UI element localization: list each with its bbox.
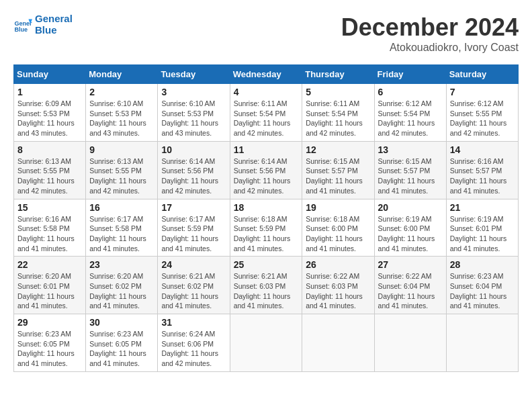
table-row	[230, 314, 302, 372]
table-row: 4Sunrise: 6:11 AM Sunset: 5:54 PM Daylig…	[230, 84, 302, 142]
day-info: Sunrise: 6:09 AM Sunset: 5:53 PM Dayligh…	[17, 99, 82, 138]
col-wednesday: Wednesday	[230, 65, 302, 84]
day-info: Sunrise: 6:12 AM Sunset: 5:55 PM Dayligh…	[450, 99, 515, 138]
day-number: 18	[234, 202, 299, 213]
day-number: 23	[89, 259, 154, 270]
logo-text: GeneralBlue	[35, 13, 73, 36]
day-number: 22	[17, 259, 82, 270]
day-number: 24	[161, 259, 226, 270]
location-subtitle: Atokouadiokro, Ivory Coast	[341, 42, 519, 54]
day-number: 15	[17, 202, 82, 213]
day-number: 11	[234, 144, 299, 155]
day-number: 13	[378, 144, 443, 155]
calendar-week-row: 8Sunrise: 6:13 AM Sunset: 5:55 PM Daylig…	[14, 141, 519, 199]
day-number: 20	[378, 202, 443, 213]
table-row: 26Sunrise: 6:22 AM Sunset: 6:03 PM Dayli…	[302, 257, 374, 314]
day-info: Sunrise: 6:23 AM Sunset: 6:05 PM Dayligh…	[89, 329, 154, 369]
col-friday: Friday	[374, 65, 446, 84]
day-number: 16	[89, 202, 154, 213]
table-row: 3Sunrise: 6:10 AM Sunset: 5:53 PM Daylig…	[158, 84, 230, 142]
col-tuesday: Tuesday	[158, 65, 230, 84]
day-info: Sunrise: 6:16 AM Sunset: 5:57 PM Dayligh…	[450, 156, 515, 196]
table-row: 15Sunrise: 6:16 AM Sunset: 5:58 PM Dayli…	[14, 199, 86, 257]
table-row: 9Sunrise: 6:13 AM Sunset: 5:55 PM Daylig…	[86, 141, 158, 199]
table-row: 20Sunrise: 6:19 AM Sunset: 6:00 PM Dayli…	[374, 199, 446, 257]
day-number: 4	[234, 87, 299, 97]
day-number: 30	[89, 317, 154, 328]
table-row: 30Sunrise: 6:23 AM Sunset: 6:05 PM Dayli…	[86, 314, 158, 372]
col-monday: Monday	[86, 65, 158, 84]
table-row: 31Sunrise: 6:24 AM Sunset: 6:06 PM Dayli…	[158, 314, 230, 372]
day-info: Sunrise: 6:22 AM Sunset: 6:03 PM Dayligh…	[306, 271, 370, 311]
day-number: 25	[234, 259, 299, 270]
day-number: 10	[161, 144, 226, 155]
day-number: 1	[17, 87, 82, 97]
table-row	[302, 314, 374, 372]
day-info: Sunrise: 6:21 AM Sunset: 6:03 PM Dayligh…	[234, 271, 299, 311]
day-info: Sunrise: 6:18 AM Sunset: 5:59 PM Dayligh…	[234, 214, 299, 254]
col-thursday: Thursday	[302, 65, 374, 84]
day-number: 21	[450, 202, 515, 213]
day-info: Sunrise: 6:23 AM Sunset: 6:05 PM Dayligh…	[17, 329, 82, 369]
day-info: Sunrise: 6:24 AM Sunset: 6:06 PM Dayligh…	[161, 329, 226, 369]
day-info: Sunrise: 6:23 AM Sunset: 6:04 PM Dayligh…	[450, 271, 515, 311]
day-info: Sunrise: 6:11 AM Sunset: 5:54 PM Dayligh…	[306, 99, 370, 138]
day-info: Sunrise: 6:21 AM Sunset: 6:02 PM Dayligh…	[161, 271, 226, 311]
day-info: Sunrise: 6:17 AM Sunset: 5:59 PM Dayligh…	[161, 214, 226, 254]
day-number: 12	[306, 144, 370, 155]
day-info: Sunrise: 6:20 AM Sunset: 6:02 PM Dayligh…	[89, 271, 154, 311]
col-sunday: Sunday	[14, 65, 86, 84]
table-row: 1Sunrise: 6:09 AM Sunset: 5:53 PM Daylig…	[14, 84, 86, 142]
day-number: 5	[306, 87, 370, 97]
day-info: Sunrise: 6:11 AM Sunset: 5:54 PM Dayligh…	[234, 99, 299, 138]
day-info: Sunrise: 6:22 AM Sunset: 6:04 PM Dayligh…	[378, 271, 443, 311]
day-info: Sunrise: 6:18 AM Sunset: 6:00 PM Dayligh…	[306, 214, 370, 254]
table-row: 28Sunrise: 6:23 AM Sunset: 6:04 PM Dayli…	[446, 257, 518, 314]
logo: General Blue GeneralBlue	[13, 13, 73, 36]
day-number: 27	[378, 259, 443, 270]
day-number: 14	[450, 144, 515, 155]
table-row: 23Sunrise: 6:20 AM Sunset: 6:02 PM Dayli…	[86, 257, 158, 314]
day-info: Sunrise: 6:20 AM Sunset: 6:01 PM Dayligh…	[17, 271, 82, 311]
table-row: 11Sunrise: 6:14 AM Sunset: 5:56 PM Dayli…	[230, 141, 302, 199]
table-row: 14Sunrise: 6:16 AM Sunset: 5:57 PM Dayli…	[446, 141, 518, 199]
month-title: December 2024	[341, 13, 519, 42]
table-row	[374, 314, 446, 372]
table-row: 6Sunrise: 6:12 AM Sunset: 5:54 PM Daylig…	[374, 84, 446, 142]
table-row: 18Sunrise: 6:18 AM Sunset: 5:59 PM Dayli…	[230, 199, 302, 257]
day-info: Sunrise: 6:14 AM Sunset: 5:56 PM Dayligh…	[161, 156, 226, 196]
table-row: 22Sunrise: 6:20 AM Sunset: 6:01 PM Dayli…	[14, 257, 86, 314]
calendar-week-row: 22Sunrise: 6:20 AM Sunset: 6:01 PM Dayli…	[14, 257, 519, 314]
day-number: 28	[450, 259, 515, 270]
day-number: 26	[306, 259, 370, 270]
day-number: 6	[378, 87, 443, 97]
logo-icon: General Blue	[13, 15, 32, 34]
day-number: 29	[17, 317, 82, 328]
table-row: 12Sunrise: 6:15 AM Sunset: 5:57 PM Dayli…	[302, 141, 374, 199]
day-info: Sunrise: 6:15 AM Sunset: 5:57 PM Dayligh…	[378, 156, 443, 196]
day-number: 31	[161, 317, 226, 328]
title-block: December 2024 Atokouadiokro, Ivory Coast	[341, 13, 519, 54]
table-row: 8Sunrise: 6:13 AM Sunset: 5:55 PM Daylig…	[14, 141, 86, 199]
day-info: Sunrise: 6:14 AM Sunset: 5:56 PM Dayligh…	[234, 156, 299, 196]
day-number: 19	[306, 202, 370, 213]
calendar-week-row: 15Sunrise: 6:16 AM Sunset: 5:58 PM Dayli…	[14, 199, 519, 257]
calendar-week-row: 1Sunrise: 6:09 AM Sunset: 5:53 PM Daylig…	[14, 84, 519, 142]
col-saturday: Saturday	[446, 65, 518, 84]
table-row: 21Sunrise: 6:19 AM Sunset: 6:01 PM Dayli…	[446, 199, 518, 257]
day-info: Sunrise: 6:10 AM Sunset: 5:53 PM Dayligh…	[89, 99, 154, 138]
table-row: 13Sunrise: 6:15 AM Sunset: 5:57 PM Dayli…	[374, 141, 446, 199]
day-info: Sunrise: 6:17 AM Sunset: 5:58 PM Dayligh…	[89, 214, 154, 254]
day-info: Sunrise: 6:12 AM Sunset: 5:54 PM Dayligh…	[378, 99, 443, 138]
table-row: 29Sunrise: 6:23 AM Sunset: 6:05 PM Dayli…	[14, 314, 86, 372]
day-info: Sunrise: 6:10 AM Sunset: 5:53 PM Dayligh…	[161, 99, 226, 138]
table-row	[446, 314, 518, 372]
table-row: 17Sunrise: 6:17 AM Sunset: 5:59 PM Dayli…	[158, 199, 230, 257]
day-number: 17	[161, 202, 226, 213]
day-info: Sunrise: 6:16 AM Sunset: 5:58 PM Dayligh…	[17, 214, 82, 254]
day-number: 3	[161, 87, 226, 97]
day-number: 9	[89, 144, 154, 155]
day-number: 7	[450, 87, 515, 97]
table-row: 25Sunrise: 6:21 AM Sunset: 6:03 PM Dayli…	[230, 257, 302, 314]
day-info: Sunrise: 6:13 AM Sunset: 5:55 PM Dayligh…	[89, 156, 154, 196]
